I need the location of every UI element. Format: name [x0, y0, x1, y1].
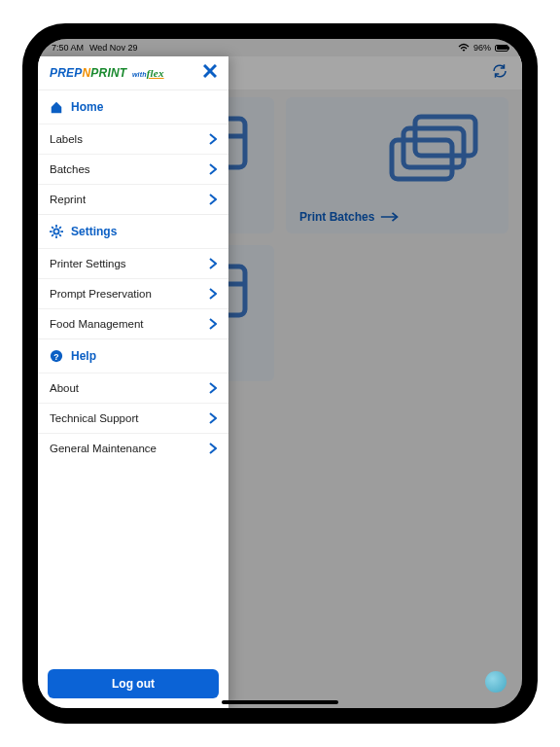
help-icon: ?	[50, 349, 63, 363]
nav-drawer: PREPNPRINT withflex Home Labels Batches …	[38, 56, 228, 708]
section-help-label: Help	[71, 349, 96, 363]
nav-item-label: Batches	[50, 163, 90, 175]
nav-item-label: Labels	[50, 133, 83, 145]
wifi-icon	[458, 43, 470, 53]
section-home[interactable]: Home	[38, 89, 228, 124]
close-icon[interactable]	[203, 64, 217, 82]
chevron-right-icon	[209, 133, 217, 145]
nav-item-about[interactable]: About	[38, 373, 228, 403]
chevron-right-icon	[209, 194, 217, 205]
nav-item-label: Printer Settings	[50, 258, 126, 269]
battery-icon	[495, 45, 508, 52]
nav-item-batches[interactable]: Batches	[38, 154, 228, 184]
home-indicator	[222, 700, 338, 704]
svg-text:?: ?	[53, 352, 58, 362]
chevron-right-icon	[209, 163, 217, 175]
chevron-right-icon	[209, 443, 217, 454]
nav-item-food-management[interactable]: Food Management	[38, 308, 228, 338]
nav-item-printer-settings[interactable]: Printer Settings	[38, 248, 228, 278]
status-bar: 7:50 AM Wed Nov 29 96%	[38, 39, 522, 56]
nav-item-label: Prompt Preservation	[50, 288, 152, 300]
gear-icon	[50, 225, 63, 238]
battery-pct: 96%	[473, 43, 491, 53]
drawer-logo: PREPNPRINT withflex	[50, 66, 164, 80]
svg-point-10	[53, 229, 58, 233]
chevron-right-icon	[209, 258, 217, 269]
chevron-right-icon	[209, 382, 217, 394]
chevron-right-icon	[209, 318, 217, 330]
home-icon	[50, 100, 63, 114]
chevron-right-icon	[209, 412, 217, 424]
help-fab[interactable]	[485, 671, 507, 693]
nav-item-label: General Maintenance	[50, 443, 157, 454]
section-settings-label: Settings	[71, 225, 117, 238]
nav-item-label: Food Management	[50, 318, 144, 330]
status-time: 7:50 AM	[52, 43, 84, 53]
section-help[interactable]: ? Help	[38, 338, 228, 373]
section-settings[interactable]: Settings	[38, 214, 228, 248]
nav-item-reprint[interactable]: Reprint	[38, 184, 228, 214]
device-frame: 7:50 AM Wed Nov 29 96% PREPNPRINT withfl…	[22, 23, 538, 724]
nav-item-technical-support[interactable]: Technical Support	[38, 403, 228, 433]
nav-item-general-maintenance[interactable]: General Maintenance	[38, 433, 228, 463]
status-date: Wed Nov 29	[89, 43, 137, 53]
nav-item-label: Reprint	[50, 194, 86, 205]
section-home-label: Home	[71, 100, 103, 114]
screen: 7:50 AM Wed Nov 29 96% PREPNPRINT withfl…	[38, 39, 522, 708]
nav-item-label: About	[50, 382, 79, 394]
chevron-right-icon	[209, 288, 217, 300]
logout-label: Log out	[112, 677, 155, 691]
nav-item-prompt-preservation[interactable]: Prompt Preservation	[38, 278, 228, 308]
logout-button[interactable]: Log out	[48, 669, 219, 698]
nav-item-label: Technical Support	[50, 412, 138, 424]
nav-item-labels[interactable]: Labels	[38, 124, 228, 154]
